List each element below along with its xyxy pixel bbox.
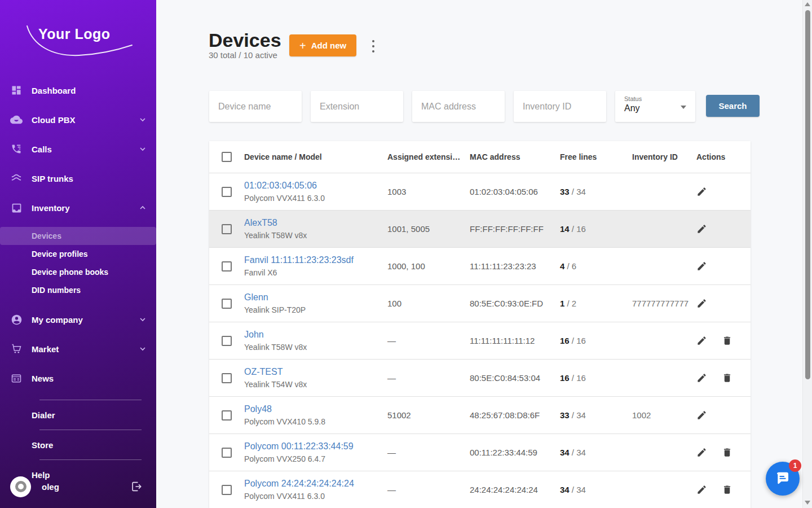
device-name-link[interactable]: Poly48 [244,404,387,414]
device-name-link[interactable]: 01:02:03:04:05:06 [244,181,387,191]
free-lines: 34 / 34 [560,485,632,494]
sidebar-item-sip-trunks[interactable]: SIP trunks [0,164,156,193]
row-checkbox[interactable] [222,410,232,421]
device-name-link[interactable]: Glenn [244,292,387,303]
device-name-input[interactable] [218,102,293,112]
row-checkbox[interactable] [222,224,232,234]
sidebar-subitem[interactable]: Device phone books [0,263,156,281]
sidebar-link-store[interactable]: Store [0,437,156,453]
extension-input[interactable] [320,102,394,112]
device-model: Yealink T58W v8x [244,343,387,352]
assigned-extensions: 1003 [387,187,470,196]
scrollbar-thumb[interactable] [805,10,810,379]
delete-icon[interactable] [722,373,732,383]
extension-filter [311,91,403,122]
add-new-button[interactable]: + Add new [289,34,356,56]
delete-icon[interactable] [722,484,732,495]
inventory-submenu: Devices Device profiles Device phone boo… [0,227,156,299]
device-name-link[interactable]: Fanvil 11:11:11:23:23:23sdf [244,255,387,265]
sidebar-subitem[interactable]: DID numbers [0,281,156,299]
free-lines: 14 / 16 [560,224,632,234]
delete-icon[interactable] [722,335,732,346]
column-header-actions: Actions [696,152,751,161]
row-checkbox[interactable] [222,261,232,271]
delete-icon[interactable] [722,447,732,458]
select-all-checkbox[interactable] [222,152,232,162]
column-header-inventory-id[interactable]: Inventory ID [632,152,696,161]
scrollbar[interactable] [802,0,812,508]
device-name-link[interactable]: AlexT58 [244,218,387,228]
free-lines: 16 / 16 [560,336,632,345]
inventory-id-input[interactable] [523,102,597,112]
mac-address-filter [412,91,505,122]
column-header-free-lines[interactable]: Free lines [560,152,632,161]
chevron-down-icon [139,116,146,123]
divider [39,430,142,430]
table-row: OZ-TEST Yealink T54W v8x — 80:5E:C0:84:5… [209,360,751,397]
row-checkbox[interactable] [222,336,232,346]
status-dropdown[interactable]: Status Any [615,91,695,122]
row-checkbox[interactable] [222,187,232,197]
free-lines-used: 16 [560,373,570,383]
sidebar-item-market[interactable]: Market [0,334,156,364]
edit-icon[interactable] [696,447,707,458]
mac-address-input[interactable] [421,102,496,112]
avatar[interactable] [10,476,31,497]
free-lines-used: 4 [560,261,564,271]
device-name-link[interactable]: John [244,330,387,340]
user-row: oleg [0,471,156,502]
device-name-link[interactable]: Polycom 00:11:22:33:44:59 [244,441,387,452]
edit-icon[interactable] [696,335,707,346]
column-header-extensions[interactable]: Assigned extensio… [387,152,470,161]
sidebar-subitem[interactable]: Devices [0,227,156,245]
filter-bar: Status Any Search [209,91,760,122]
device-name-link[interactable]: Polycom 24:24:24:24:24:24 [244,479,387,489]
chat-widget-button[interactable]: 1 [766,462,800,496]
sidebar-link-dialer[interactable]: Dialer [0,407,156,423]
logo[interactable]: Your Logo [23,21,135,62]
inventory-icon [10,202,23,214]
avatar-ring-icon [15,481,27,492]
market-icon [10,343,23,355]
scroll-up-icon[interactable] [805,2,810,6]
sidebar-item-dashboard[interactable]: Dashboard [0,76,156,105]
table-header-row: Device name / Model Assigned extensio… M… [209,141,751,173]
row-checkbox[interactable] [222,373,232,383]
edit-icon[interactable] [696,373,707,383]
chevron-down-icon [139,316,146,323]
edit-icon[interactable] [696,224,707,234]
chevron-up-icon [139,204,146,211]
mac-address: 24:24:24:24:24:24 [470,485,560,494]
search-button[interactable]: Search [706,95,760,117]
row-checkbox[interactable] [222,485,232,495]
logout-icon[interactable] [130,480,143,493]
sidebar-item-my-company[interactable]: My company [0,305,156,334]
edit-icon[interactable] [696,261,707,271]
status-label: Status [624,95,686,102]
edit-icon[interactable] [696,484,707,495]
sidebar-item-cloud-pbx[interactable]: Cloud PBX [0,105,156,134]
column-header-mac[interactable]: MAC address [470,152,560,161]
row-checkbox[interactable] [222,448,232,458]
device-model: Fanvil X6 [244,268,387,277]
sidebar-item-label: Dashboard [32,86,146,95]
free-lines-used: 16 [560,336,570,345]
free-lines: 16 / 16 [560,373,632,383]
column-header-name[interactable]: Device name / Model [244,152,387,161]
user-name: oleg [42,482,130,492]
edit-icon[interactable] [696,298,707,309]
row-checkbox[interactable] [222,299,232,309]
scroll-down-icon[interactable] [805,501,810,505]
sidebar-item-news[interactable]: News [0,364,156,393]
edit-icon[interactable] [696,186,707,197]
sidebar-item-inventory[interactable]: Inventory [0,193,156,222]
sidebar-subitem[interactable]: Device profiles [0,245,156,263]
kebab-menu-icon[interactable] [369,39,378,54]
row-actions [696,335,751,346]
free-lines-total: / 16 [572,373,586,383]
edit-icon[interactable] [696,410,707,421]
mac-address: 11:11:11:11:11:12 [470,336,560,345]
sidebar-item-calls[interactable]: Calls [0,134,156,164]
inventory-id: 1002 [632,410,696,420]
device-name-link[interactable]: OZ-TEST [244,367,387,377]
